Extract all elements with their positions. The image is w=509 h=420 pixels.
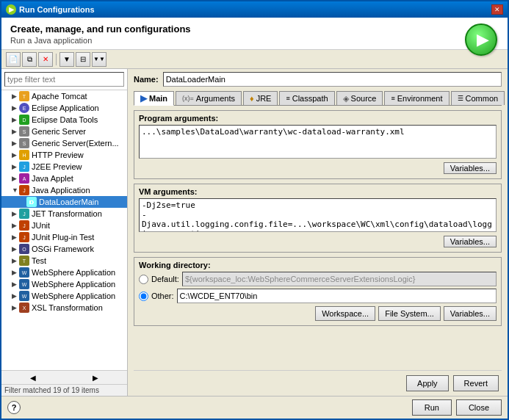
other-radio[interactable] xyxy=(139,292,148,301)
tree-item-websphere1[interactable]: ▶ W WebSphere Application xyxy=(1,267,127,278)
header-title: Create, manage, and run configurations xyxy=(10,23,455,35)
workdir-variables-button[interactable]: Variables... xyxy=(444,306,497,321)
tab-jre[interactable]: ♦ JRE xyxy=(243,91,278,105)
other-dir-input[interactable] xyxy=(177,289,497,303)
window-icon: ▶ xyxy=(6,4,16,15)
tree-item-generic-server-ext[interactable]: ▶ S Generic Server(Extern... xyxy=(1,137,127,149)
run-button[interactable]: Run xyxy=(412,399,452,416)
vm-variables-row: Variables... xyxy=(139,233,497,247)
tree-item-apache-tomcat[interactable]: ▶ T Apache Tomcat xyxy=(1,90,127,102)
run-close-buttons: Run Close xyxy=(412,399,502,416)
header-subtitle: Run a Java application xyxy=(10,36,455,45)
duplicate-config-button[interactable]: ⧉ xyxy=(22,52,37,67)
vm-args-textarea[interactable]: -Dj2se=true -Djava.util.logging.config.f… xyxy=(139,198,497,232)
right-panel: Name: ▶ Main (x)= Arguments ♦ JRE ≡ xyxy=(128,69,508,396)
tree-item-xsl[interactable]: ▶ X XSL Transformation xyxy=(1,302,127,314)
tree-item-java-application[interactable]: ▼ J Java Application xyxy=(1,184,127,196)
program-args-textarea[interactable]: ...\samples\DataLoad\warranty\wc-dataloa… xyxy=(139,125,497,159)
java-icon: J xyxy=(19,185,29,195)
tab-environment[interactable]: ≡ Environment xyxy=(384,91,449,105)
default-dir-input xyxy=(182,272,497,286)
tree-item-eclipse-application[interactable]: ▶ E Eclipse Application xyxy=(1,102,127,114)
program-args-group: Program arguments: ...\samples\DataLoad\… xyxy=(134,110,502,179)
help-button[interactable]: ? xyxy=(7,401,21,414)
expand-arrow: ▶ xyxy=(12,128,19,135)
tree-nav: ◀ ▶ xyxy=(1,370,127,384)
tree-item-j2ee-preview[interactable]: ▶ J J2EE Preview xyxy=(1,161,127,173)
expand-arrow: ▶ xyxy=(12,93,19,100)
working-dir-group: Working directory: Default: Other: xyxy=(134,257,502,326)
tree-label: Java Application xyxy=(32,186,90,195)
tab-common-label: Common xyxy=(466,94,499,103)
tomcat-icon: T xyxy=(19,91,29,101)
variables-row: Variables... xyxy=(139,160,497,174)
tabs-row: ▶ Main (x)= Arguments ♦ JRE ≡ Classpath … xyxy=(134,91,502,106)
tree-item-websphere3[interactable]: ▶ W WebSphere Application xyxy=(1,290,127,302)
filter-button[interactable]: ▼ xyxy=(59,52,74,67)
tree-label: HTTP Preview xyxy=(32,151,84,159)
vm-args-group: VM arguments: -Dj2se=true -Djava.util.lo… xyxy=(134,184,502,253)
tree-item-osgi[interactable]: ▶ O OSGi Framework xyxy=(1,243,127,255)
apply-button[interactable]: Apply xyxy=(406,375,449,391)
tree-label: Generic Server(Extern... xyxy=(32,139,119,148)
vm-args-variables-button[interactable]: Variables... xyxy=(444,236,497,247)
expand-all-button[interactable]: ▼▼ xyxy=(92,52,107,67)
search-input[interactable] xyxy=(4,72,124,87)
expand-arrow: ▶ xyxy=(12,151,19,159)
tree-item-test[interactable]: ▶ T Test xyxy=(1,255,127,267)
tab-main[interactable]: ▶ Main xyxy=(134,91,174,106)
tab-common[interactable]: ☰ Common xyxy=(451,91,505,105)
expand-arrow: ▶ xyxy=(12,210,19,217)
tree-label: Generic Server xyxy=(32,127,86,136)
other-radio-label: Other: xyxy=(151,292,174,300)
dialog-close-button[interactable]: Close xyxy=(456,399,502,416)
other-radio-row: Other: xyxy=(139,289,497,303)
args-tab-icon: (x)= xyxy=(182,95,194,102)
workspace-button[interactable]: Workspace... xyxy=(315,306,375,321)
xsl-icon: X xyxy=(19,303,29,313)
new-config-button[interactable]: 📄 xyxy=(6,52,21,67)
tab-jre-label: JRE xyxy=(256,94,272,103)
expand-arrow: ▶ xyxy=(12,257,19,264)
tree-label: WebSphere Application xyxy=(32,280,115,289)
tab-environment-label: Environment xyxy=(397,94,443,103)
working-dir-label: Working directory: xyxy=(139,261,497,269)
ws2-icon: W xyxy=(19,279,29,289)
program-args-variables-button[interactable]: Variables... xyxy=(444,162,497,174)
common-tab-icon: ☰ xyxy=(458,95,463,102)
tree-item-junit[interactable]: ▶ J JUnit xyxy=(1,220,127,231)
tree-next-button[interactable]: ▶ xyxy=(65,371,128,384)
delete-config-button[interactable]: ✕ xyxy=(38,52,53,67)
tree-prev-button[interactable]: ◀ xyxy=(1,371,65,384)
tab-classpath[interactable]: ≡ Classpath xyxy=(279,91,334,105)
expand-arrow: ▶ xyxy=(12,292,19,300)
tab-source[interactable]: ◈ Source xyxy=(336,91,383,105)
header-section: Create, manage, and run configurations R… xyxy=(1,18,508,50)
expand-arrow: ▶ xyxy=(12,233,19,241)
name-input[interactable] xyxy=(163,72,502,87)
collapse-all-button[interactable]: ⊟ xyxy=(76,52,90,67)
tab-arguments[interactable]: (x)= Arguments xyxy=(176,91,242,105)
tree-item-junit-plugin[interactable]: ▶ J JUnit Plug-in Test xyxy=(1,231,127,243)
tree-item-java-applet[interactable]: ▶ A Java Applet xyxy=(1,173,127,184)
revert-button[interactable]: Revert xyxy=(453,375,499,391)
program-args-label: Program arguments: xyxy=(139,114,497,123)
expand-arrow: ▶ xyxy=(12,140,19,147)
tree-item-generic-server[interactable]: ▶ S Generic Server xyxy=(1,126,127,137)
tree-item-eclipse-data-tools[interactable]: ▶ D Eclipse Data Tools xyxy=(1,114,127,126)
file-system-button[interactable]: File System... xyxy=(378,306,441,321)
close-window-button[interactable]: ✕ xyxy=(491,4,503,15)
tree-item-jet-transformation[interactable]: ▶ J JET Transformation xyxy=(1,208,127,220)
jet-icon: J xyxy=(19,209,29,219)
tree-label: XSL Transformation xyxy=(32,303,103,312)
data-icon: D xyxy=(19,115,29,125)
title-bar-left: ▶ Run Configurations xyxy=(6,4,95,15)
left-panel: ▶ T Apache Tomcat ▶ E Eclipse Applicatio… xyxy=(1,69,128,396)
default-radio[interactable] xyxy=(139,275,148,284)
tree-item-http-preview[interactable]: ▶ H HTTP Preview xyxy=(1,149,127,161)
tree-item-websphere2[interactable]: ▶ W WebSphere Application xyxy=(1,278,127,290)
tree-label: Eclipse Data Tools xyxy=(32,115,98,124)
tree-item-dataloader-main[interactable]: D DataLoaderMain xyxy=(1,196,127,208)
classpath-tab-icon: ≡ xyxy=(286,95,289,102)
env-tab-icon: ≡ xyxy=(391,95,394,102)
